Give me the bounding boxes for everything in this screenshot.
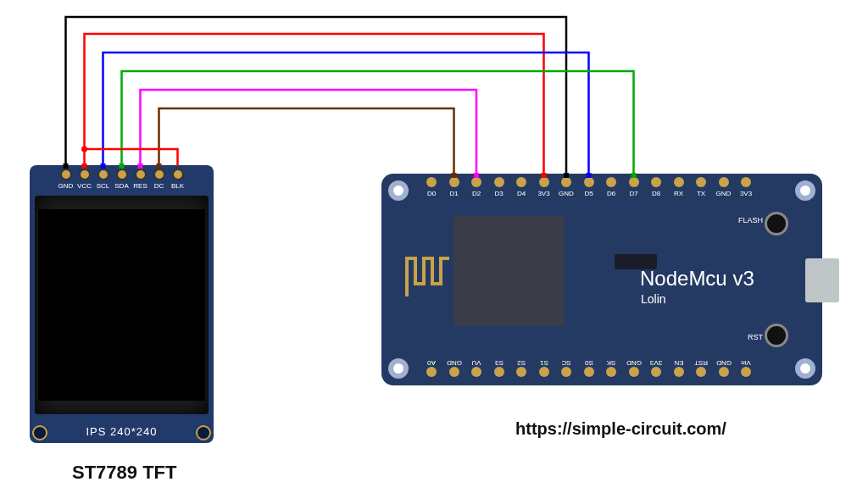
tft-screen-bezel — [35, 196, 209, 414]
wire-sda-to-d7 — [122, 71, 634, 175]
tft-pin-scl: SCL — [94, 169, 113, 194]
mcu-top-pin-d4-4: D4 — [514, 177, 529, 202]
mount-hole — [795, 180, 815, 201]
mcu-top-pin-rx-11: RX — [671, 177, 687, 202]
mcu-bot-pin-vin-14: Vin — [738, 357, 754, 382]
wire-scl-to-d5 — [103, 53, 589, 175]
tft-screen-area — [38, 209, 205, 401]
mcu-top-pin-d0-0: D0 — [424, 177, 439, 202]
esp8266-chip-icon — [453, 216, 564, 326]
nodemcu-board: FLASH RST NodeMcu v3 Lolin D0D1D2D3D43V3… — [381, 174, 822, 385]
tft-component-label: ST7789 TFT — [72, 462, 176, 484]
tft-pin-header: GND VCC SCL SDA RES DC BLK — [30, 169, 214, 194]
mcu-bot-pin-s2-4: S2 — [514, 357, 529, 382]
mcu-bot-pin-s0-7: S0 — [581, 357, 597, 382]
tft-pin-sda: SDA — [113, 169, 131, 194]
mount-hole — [388, 358, 409, 379]
mcu-top-pin-d5-7: D5 — [581, 177, 597, 202]
mcu-bot-pin-sc-6: SC — [559, 357, 574, 382]
mount-hole — [388, 180, 409, 201]
mcu-top-pin-d6-8: D6 — [604, 177, 619, 202]
mcu-bot-pin-en-11: EN — [671, 357, 687, 382]
wire-res-to-d2 — [141, 90, 477, 175]
mcu-bot-pin-gnd-9: GND — [626, 357, 642, 382]
wifi-antenna-icon — [403, 250, 449, 301]
tft-model-text: IPS 240*240 — [30, 425, 214, 438]
mcu-bot-pin-sk-8: SK — [604, 357, 619, 382]
mcu-bot-pin-gnd-13: GND — [716, 357, 732, 382]
mcu-top-pin-d7-9: D7 — [626, 177, 642, 202]
wire-gnd-to-gnd — [66, 17, 567, 175]
mcu-top-pin-gnd-13: GND — [716, 177, 732, 202]
mcu-pin-header-top: D0D1D2D3D43V3GNDD5D6D7D8RXTXGND3V3 — [424, 177, 754, 202]
mcu-top-pin-gnd-6: GND — [559, 177, 574, 202]
rst-button-label: RST — [748, 333, 763, 341]
rst-button[interactable] — [765, 324, 788, 347]
mcu-top-pin-3v3-14: 3V3 — [738, 177, 754, 202]
mcu-bot-pin-s3-3: S3 — [492, 357, 507, 382]
board-title: NodeMcu v3 — [640, 267, 754, 291]
tft-pin-gnd: GND — [57, 169, 75, 194]
flash-button[interactable] — [765, 212, 788, 235]
source-url-label: https://simple-circuit.com/ — [515, 419, 726, 439]
mcu-bot-pin-gnd-1: GND — [447, 357, 462, 382]
mount-hole — [795, 358, 815, 379]
mcu-bot-pin-rst-12: RST — [693, 357, 709, 382]
mcu-top-pin-d1-1: D1 — [447, 177, 462, 202]
mcu-top-pin-d3-3: D3 — [492, 177, 507, 202]
mcu-bot-pin-vu-2: VU — [469, 357, 484, 382]
mcu-top-pin-3v3-5: 3V3 — [537, 177, 552, 202]
mcu-top-pin-d8-10: D8 — [648, 177, 664, 202]
wire-vcc-to-3v3 — [85, 34, 544, 175]
mcu-top-pin-tx-12: TX — [693, 177, 709, 202]
mcu-top-pin-d2-2: D2 — [469, 177, 484, 202]
tft-pin-dc: DC — [150, 169, 169, 194]
wire-blk — [85, 149, 178, 166]
mcu-bot-pin-s1-5: S1 — [537, 357, 552, 382]
board-subtitle: Lolin — [641, 292, 666, 306]
wire-node-vcc — [81, 147, 87, 152]
flash-button-label: FLASH — [738, 216, 763, 224]
mcu-pin-header-bottom: A0GNDVUS3S2S1SCS0SKGND3V3ENRSTGNDVin — [424, 357, 754, 382]
tft-module: GND VCC SCL SDA RES DC BLK IPS 240*240 — [30, 165, 214, 443]
mcu-bot-pin-a0-0: A0 — [424, 357, 439, 382]
tft-pin-blk: BLK — [169, 169, 187, 194]
tft-pin-res: RES — [131, 169, 150, 194]
micro-usb-port-icon — [805, 258, 839, 302]
tft-pin-vcc: VCC — [75, 169, 94, 194]
mcu-bot-pin-3v3-10: 3V3 — [648, 357, 664, 382]
